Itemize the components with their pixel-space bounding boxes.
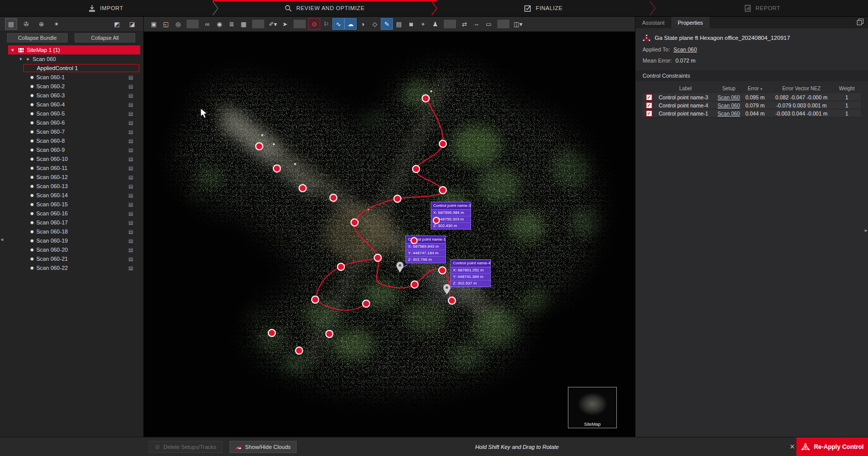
tree-item-scan[interactable]: Scan 060-8 ▤: [0, 136, 143, 145]
sphere-target-icon[interactable]: ◑: [357, 18, 369, 30]
location-pin-icon[interactable]: ⌖: [417, 18, 429, 30]
collapse-right-panel-arrow[interactable]: ▸: [864, 227, 867, 234]
collapse-left-panel-arrow[interactable]: ◂: [1, 236, 4, 243]
viewport-grid-icon[interactable]: ▦: [238, 18, 250, 30]
photo-icon[interactable]: ▤: [129, 220, 133, 225]
image-annotation-icon[interactable]: ▤: [393, 18, 405, 30]
tree-item-applied-control[interactable]: AppliedControl 1: [23, 64, 139, 72]
toolbar-icon[interactable]: [497, 20, 509, 28]
tree-item-scan[interactable]: Scan 060-6 ▤: [0, 118, 143, 127]
minimap[interactable]: SiteMap: [568, 387, 617, 428]
tree-item-scan[interactable]: Scan 060-14 ▤: [0, 191, 143, 200]
header-label[interactable]: Label: [656, 85, 715, 92]
constraint-setup-link[interactable]: Scan 060: [718, 102, 740, 108]
tree-item-scan-group[interactable]: ▾ ✴ Scan 060: [0, 54, 143, 64]
tree-item-scan[interactable]: Scan 060-7 ▤: [0, 127, 143, 136]
zoom-window-icon[interactable]: ◎: [172, 18, 184, 30]
restore-window-icon[interactable]: [856, 18, 864, 28]
photo-icon[interactable]: ▤: [129, 238, 133, 244]
header-error[interactable]: Error▾: [742, 85, 768, 92]
select-tool-icon[interactable]: ➤: [279, 18, 291, 30]
photo-icon[interactable]: ▤: [129, 129, 133, 135]
mesh-tool-icon[interactable]: ◇: [369, 18, 381, 30]
reapply-control-button[interactable]: Re-Apply Control: [796, 437, 868, 456]
tree-item-scan[interactable]: Scan 060-18 ▤: [0, 227, 143, 236]
record-icon[interactable]: ◉: [213, 18, 225, 30]
draw-tool-icon[interactable]: ✎: [381, 18, 393, 30]
tab-assistant[interactable]: Assistant: [635, 17, 671, 28]
sidebar-icon[interactable]: [66, 18, 108, 30]
tree-item-sitemap[interactable]: ▾ SiteMap 1 (1): [8, 45, 140, 54]
close-hint-button[interactable]: ✕: [787, 443, 797, 450]
tree-item-scan[interactable]: Scan 060-3 ▤: [0, 91, 143, 100]
bundle-cloud-toggle-icon[interactable]: ◩: [111, 18, 123, 30]
tree-item-scan[interactable]: Scan 060-12 ▤: [0, 173, 143, 182]
tree-item-scan[interactable]: Scan 060-13 ▤: [0, 182, 143, 191]
photo-icon[interactable]: ▤: [129, 184, 133, 189]
circle-annotation-icon[interactable]: ⊙: [308, 18, 320, 30]
control-point-marker[interactable]: [433, 217, 440, 224]
link-views-icon[interactable]: ∞: [201, 18, 213, 30]
tag-annotation-icon[interactable]: ⚐: [320, 18, 332, 30]
tree-item-scan[interactable]: Scan 060-11 ▤: [0, 163, 143, 173]
track-tool-icon[interactable]: ∿: [332, 18, 344, 30]
constraint-row[interactable]: ✓ Control point name-1 Scan 060 0.044 m …: [643, 109, 861, 118]
toolbar-icon[interactable]: [294, 20, 306, 28]
constraint-row[interactable]: ✓ Control point name-4 Scan 060 0.079 m …: [643, 101, 861, 109]
swap-views-icon[interactable]: ⇄: [458, 18, 471, 30]
tab-review-and-optimize[interactable]: REVIEW AND OPTIMIZE: [219, 0, 431, 16]
bundle-image-toggle-icon[interactable]: ◪: [126, 18, 138, 30]
tab-report[interactable]: REPORT: [656, 0, 868, 16]
tree-item-scan[interactable]: Scan 060-9 ▤: [0, 145, 143, 154]
tab-import[interactable]: IMPORT: [0, 0, 212, 16]
tree-item-scan[interactable]: Scan 060-1 ▤: [0, 73, 143, 82]
show-hide-clouds-button[interactable]: ☁ Show/Hide Clouds: [229, 441, 297, 453]
copy-view-icon[interactable]: ▣: [148, 18, 160, 30]
tree-item-scan[interactable]: Scan 060-10 ▤: [0, 154, 143, 163]
constraint-row[interactable]: ✓ Control point name-3 Scan 060 0.095 m …: [643, 93, 861, 101]
photo-icon[interactable]: ▤: [129, 147, 133, 153]
bundle-manager-icon[interactable]: ✴: [50, 18, 63, 30]
tree-item-scan[interactable]: Scan 060-15 ▤: [0, 200, 143, 209]
photo-icon[interactable]: ▤: [129, 256, 133, 262]
tree-item-scan[interactable]: Scan 060-17 ▤: [0, 218, 143, 227]
photo-icon[interactable]: ▤: [129, 102, 133, 107]
person-pin-icon[interactable]: ♟: [429, 18, 441, 30]
tree-item-scan[interactable]: Scan 060-19 ▤: [0, 236, 143, 245]
applied-to-link[interactable]: Scan 060: [673, 46, 697, 52]
constraint-checkbox[interactable]: ✓: [646, 110, 652, 117]
photo-icon[interactable]: ▤: [129, 247, 133, 253]
tree-item-scan[interactable]: Scan 060-2 ▤: [0, 82, 143, 91]
camera-icon[interactable]: ◙: [405, 18, 417, 30]
photo-icon[interactable]: ▤: [129, 138, 133, 144]
constraint-checkbox[interactable]: ✓: [646, 102, 652, 108]
header-weight[interactable]: Weight: [835, 85, 858, 92]
photo-icon[interactable]: ▤: [129, 193, 133, 198]
layers-icon[interactable]: ≣: [225, 18, 238, 30]
measure-tool-icon[interactable]: ✐▾: [267, 18, 279, 30]
sort-icon[interactable]: ▾: [761, 87, 763, 91]
constraint-setup-link[interactable]: Scan 060: [718, 110, 740, 117]
delete-setups-tracks-button[interactable]: ⊘ Delete Setups/Tracks: [149, 441, 222, 453]
collapse-bundle-button[interactable]: Collapse Bundle: [7, 33, 68, 42]
constraint-checkbox[interactable]: ✓: [646, 94, 652, 100]
photo-icon[interactable]: ▤: [129, 111, 133, 117]
photo-icon[interactable]: ▤: [129, 202, 133, 207]
header-error-vector[interactable]: Error Vector NEZ: [768, 85, 835, 92]
tree-item-scan[interactable]: Scan 060-20 ▤: [0, 245, 143, 254]
web-publish-icon[interactable]: ⊕: [35, 18, 47, 30]
photo-icon[interactable]: ▤: [129, 165, 133, 171]
photo-icon[interactable]: ▤: [129, 229, 133, 235]
point-cloud-view[interactable]: Control point name-3 X: 687595.984 m Y: …: [144, 32, 635, 437]
cloud-tool-icon[interactable]: ☁: [344, 18, 357, 30]
toolbar-icon[interactable]: [252, 20, 264, 28]
crop-icon[interactable]: ◱: [160, 18, 172, 30]
split-view-icon[interactable]: ◫▾: [512, 18, 524, 30]
tab-properties[interactable]: Properties: [671, 17, 710, 28]
tab-finalize[interactable]: FINALIZE: [438, 0, 650, 16]
photo-icon[interactable]: ▤: [129, 265, 133, 271]
panorama-view-icon[interactable]: ▭: [483, 18, 495, 30]
attachments-icon[interactable]: ✇: [20, 18, 32, 30]
project-folder-icon[interactable]: ▤: [5, 18, 17, 30]
tree-item-scan[interactable]: Scan 060-4 ▤: [0, 100, 143, 109]
